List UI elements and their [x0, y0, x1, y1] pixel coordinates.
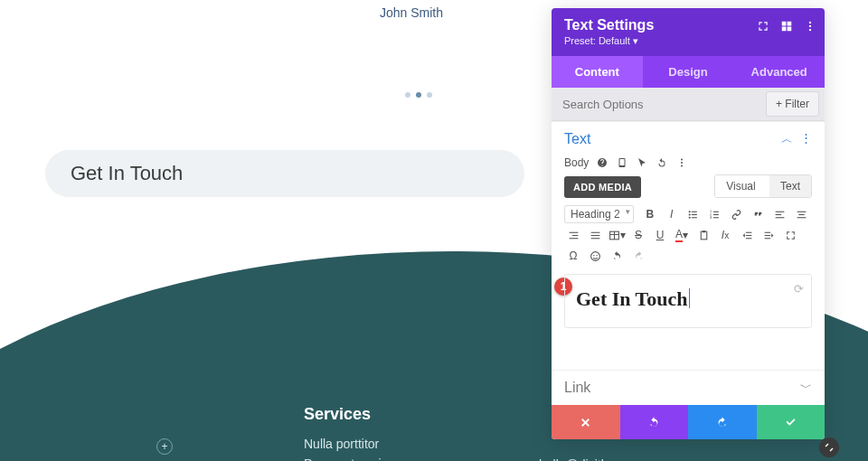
align-center-icon[interactable] [793, 205, 811, 223]
add-media-button[interactable]: ADD MEDIA [564, 176, 641, 198]
svg-rect-23 [797, 217, 807, 218]
undo-icon[interactable] [608, 247, 626, 265]
dot-2[interactable] [416, 92, 421, 98]
svg-rect-36 [745, 234, 751, 235]
svg-rect-22 [798, 213, 805, 214]
svg-rect-7 [692, 211, 697, 212]
editor-tab-text[interactable]: Text [769, 175, 811, 197]
fullscreen-icon[interactable] [781, 226, 799, 244]
underline-icon[interactable]: U [651, 226, 669, 244]
editor-mode-tabs: Visual Text [714, 174, 812, 198]
svg-rect-17 [713, 217, 719, 218]
search-input[interactable] [552, 89, 760, 120]
expand-icon[interactable] [756, 19, 770, 33]
svg-rect-33 [701, 231, 707, 240]
text-cursor [689, 288, 690, 308]
editor-tab-visual[interactable]: Visual [715, 175, 766, 197]
dot-3[interactable] [427, 92, 432, 98]
service-item[interactable]: Nulla porttitor [304, 437, 436, 451]
more-icon[interactable] [803, 19, 817, 33]
text-section-toggle[interactable]: Text ︿ ⋮ [564, 131, 812, 147]
link-section: Link ﹀ [552, 370, 825, 405]
mobile-icon[interactable] [616, 156, 628, 169]
link-section-title: Link [564, 380, 590, 396]
undo-button[interactable] [620, 405, 689, 439]
author-name: John Smith [380, 5, 443, 20]
redo-button[interactable] [688, 405, 757, 439]
svg-point-6 [689, 211, 691, 212]
link-icon[interactable] [728, 205, 746, 223]
search-row: + Filter [552, 88, 825, 121]
section-more-icon[interactable]: ⋮ [800, 131, 812, 147]
heading-pill[interactable]: Get In Touch [45, 150, 524, 197]
svg-point-0 [809, 22, 811, 24]
align-left-icon[interactable] [771, 205, 789, 223]
number-list-icon[interactable]: 123 [706, 205, 724, 223]
contact-email[interactable]: hello@divitherapy.com [539, 457, 666, 461]
svg-rect-40 [764, 238, 770, 239]
body-label: Body [564, 156, 589, 169]
dynamic-content-icon[interactable]: ⟳ [794, 282, 804, 296]
heading-pill-text: Get In Touch [71, 162, 183, 185]
link-section-toggle[interactable]: Link ﹀ [564, 380, 812, 396]
quote-icon[interactable] [750, 205, 768, 223]
grid-icon[interactable] [779, 19, 794, 33]
service-item[interactable]: Praesent sapien massa [304, 456, 436, 461]
tab-advanced[interactable]: Advanced [733, 56, 825, 88]
filter-button[interactable]: + Filter [766, 91, 819, 117]
svg-rect-25 [571, 234, 578, 235]
redo-icon[interactable] [629, 247, 647, 265]
cancel-button[interactable] [552, 405, 620, 439]
svg-rect-21 [797, 211, 807, 212]
carousel-dots[interactable] [405, 92, 432, 98]
svg-rect-27 [590, 231, 599, 232]
svg-rect-39 [764, 234, 770, 235]
table-icon[interactable]: ▾ [608, 226, 626, 244]
svg-rect-29 [590, 238, 599, 239]
svg-rect-34 [702, 230, 704, 232]
chevron-up-icon[interactable]: ︿ [781, 131, 793, 147]
save-button[interactable] [757, 405, 826, 439]
svg-text:3: 3 [710, 215, 712, 219]
outdent-icon[interactable] [738, 226, 756, 244]
align-right-icon[interactable] [564, 226, 582, 244]
svg-point-5 [681, 165, 683, 167]
paste-icon[interactable] [694, 226, 712, 244]
bullet-list-icon[interactable] [684, 205, 703, 223]
bold-icon[interactable]: B [641, 205, 659, 223]
panel-header[interactable]: Text Settings Preset: Default ▾ [552, 8, 825, 56]
strikethrough-icon[interactable]: S [629, 226, 647, 244]
svg-point-2 [809, 29, 811, 31]
reset-icon[interactable] [656, 156, 668, 169]
svg-rect-11 [692, 217, 697, 218]
text-color-icon[interactable]: A▾ [673, 226, 691, 244]
editor-content[interactable]: Get In Touch [576, 287, 688, 310]
dot-1[interactable] [405, 92, 410, 98]
svg-point-1 [809, 25, 811, 27]
chevron-down-icon[interactable]: ﹀ [800, 380, 812, 396]
svg-rect-13 [713, 211, 719, 212]
add-section-button[interactable]: + [156, 438, 173, 455]
special-char-icon[interactable]: Ω [564, 247, 582, 265]
preset-selector[interactable]: Preset: Default ▾ [564, 35, 812, 47]
tab-content[interactable]: Content [552, 56, 643, 88]
align-justify-icon[interactable] [586, 226, 604, 244]
svg-rect-35 [745, 231, 751, 232]
services-heading: Services [304, 405, 436, 424]
editor-body[interactable]: ⟳ Get In Touch [564, 274, 812, 328]
tab-design[interactable]: Design [643, 56, 734, 88]
svg-point-41 [590, 251, 599, 260]
indent-icon[interactable] [760, 226, 778, 244]
emoji-icon[interactable] [586, 247, 604, 265]
body-field-row: Body [564, 156, 812, 169]
help-icon[interactable] [596, 156, 609, 169]
italic-icon[interactable]: I [663, 205, 681, 223]
hover-icon[interactable] [636, 156, 648, 169]
format-select[interactable]: Heading 2 [564, 205, 634, 223]
svg-point-10 [689, 216, 691, 218]
svg-point-8 [689, 213, 691, 215]
resize-handle[interactable] [819, 437, 839, 457]
clear-format-icon[interactable]: Ix [716, 226, 734, 244]
field-more-icon[interactable] [675, 156, 688, 169]
action-bar [552, 405, 825, 439]
